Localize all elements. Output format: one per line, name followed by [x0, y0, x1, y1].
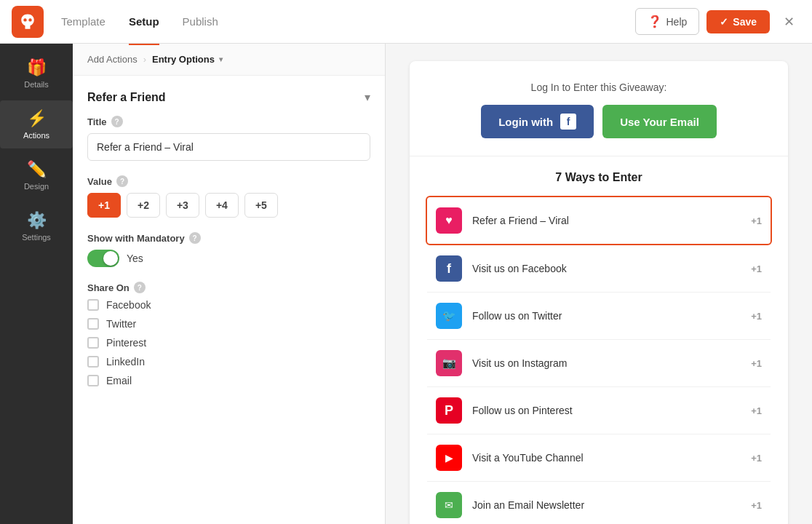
- email-points: +1: [751, 500, 762, 511]
- value-label-text: Value: [87, 176, 112, 187]
- svg-point-0: [23, 18, 26, 21]
- share-facebook[interactable]: Facebook: [87, 299, 370, 311]
- mandatory-group: Show with Mandatory ? Yes: [87, 232, 370, 267]
- value-btn-5[interactable]: +5: [244, 193, 278, 218]
- entry-item-facebook[interactable]: f Visit us on Facebook +1: [427, 245, 771, 293]
- instagram-points: +1: [751, 358, 762, 369]
- instagram-label: Visit us on Instagram: [472, 357, 751, 369]
- tab-template[interactable]: Template: [61, 12, 106, 31]
- share-linkedin[interactable]: LinkedIn: [87, 356, 370, 368]
- facebook-icon: f: [560, 114, 576, 130]
- logo-icon: [17, 12, 38, 32]
- sidebar-item-settings-label: Settings: [22, 233, 51, 242]
- email-login-button[interactable]: Use Your Email: [602, 105, 717, 138]
- save-label: Save: [733, 16, 757, 28]
- sidebar-item-details[interactable]: 🎁 Details: [0, 49, 73, 98]
- login-section: Log In to Enter this Giveaway: Login wit…: [410, 61, 788, 156]
- mandatory-toggle[interactable]: [87, 250, 119, 267]
- entry-item-refer[interactable]: ♥ Refer a Friend – Viral +1: [426, 196, 772, 245]
- entry-item-twitter[interactable]: 🐦 Follow us on Twitter +1: [427, 293, 771, 340]
- value-btn-2[interactable]: +2: [127, 193, 160, 218]
- share-label-text: Share On: [87, 282, 130, 293]
- main-layout: 🎁 Details ⚡ Actions ✏️ Design ⚙️ Setting…: [0, 44, 812, 524]
- ways-title: 7 Ways to Enter: [427, 171, 771, 184]
- entry-item-email[interactable]: ✉ Join an Email Newsletter +1: [427, 482, 771, 524]
- preview-panel: Log In to Enter this Giveaway: Login wit…: [386, 44, 812, 524]
- share-twitter-label: Twitter: [106, 318, 136, 330]
- sidebar-item-details-label: Details: [24, 80, 49, 89]
- help-button[interactable]: ❓ Help: [635, 8, 700, 35]
- help-label: Help: [666, 16, 688, 28]
- content-panel: Add Actions › Entry Options ▾ Refer a Fr…: [73, 44, 386, 524]
- close-button[interactable]: ✕: [777, 10, 800, 33]
- refer-points: +1: [751, 215, 762, 226]
- title-input[interactable]: [87, 133, 370, 161]
- sidebar: 🎁 Details ⚡ Actions ✏️ Design ⚙️ Setting…: [0, 44, 73, 524]
- gift-icon: 🎁: [27, 58, 47, 77]
- entry-item-pinterest[interactable]: P Follow us on Pinterest +1: [427, 387, 771, 434]
- sidebar-item-design[interactable]: ✏️ Design: [0, 151, 73, 199]
- share-label: Share On ?: [87, 282, 370, 293]
- twitter-label: Follow us on Twitter: [472, 310, 751, 322]
- mandatory-help-icon: ?: [189, 232, 201, 244]
- fb-login-label: Login with: [498, 116, 553, 128]
- panel-body: Refer a Friend ▾ Title ? Value ? +1 +2: [73, 76, 385, 416]
- share-options: Facebook Twitter Pinterest LinkedIn: [87, 299, 370, 386]
- breadcrumb-separator: ›: [143, 54, 146, 65]
- fb-login-button[interactable]: Login with f: [481, 105, 594, 138]
- entry-item-youtube[interactable]: ▶ Visit a YouTube Channel +1: [427, 434, 771, 482]
- sidebar-item-design-label: Design: [24, 182, 49, 191]
- share-email[interactable]: Email: [87, 375, 370, 386]
- toggle-yes-label: Yes: [127, 253, 143, 264]
- email-entry-icon: ✉: [436, 492, 462, 518]
- refer-label: Refer a Friend – Viral: [472, 215, 751, 226]
- section-header: Refer a Friend ▾: [87, 90, 370, 116]
- sidebar-item-settings[interactable]: ⚙️ Settings: [0, 202, 73, 250]
- share-twitter[interactable]: Twitter: [87, 318, 370, 330]
- breadcrumb-arrow-icon: ▾: [219, 55, 223, 63]
- pinterest-entry-icon: P: [436, 397, 462, 424]
- pinterest-points: +1: [751, 405, 762, 416]
- breadcrumb-current: Entry Options ▾: [152, 54, 223, 65]
- logo: [12, 6, 44, 38]
- instagram-entry-icon: 📷: [436, 350, 462, 376]
- sidebar-item-actions[interactable]: ⚡ Actions: [0, 100, 73, 148]
- twitter-entry-icon: 🐦: [436, 303, 462, 329]
- section-title: Refer a Friend: [87, 91, 166, 104]
- title-group: Title ?: [87, 116, 370, 161]
- share-group: Share On ? Facebook Twitter Pinterest: [87, 282, 370, 386]
- twitter-points: +1: [751, 311, 762, 322]
- tab-setup[interactable]: Setup: [129, 12, 159, 31]
- svg-point-1: [28, 18, 31, 21]
- email-login-label: Use Your Email: [620, 116, 699, 128]
- section-toggle-icon[interactable]: ▾: [365, 90, 370, 104]
- value-btn-4[interactable]: +4: [205, 193, 239, 218]
- toggle-row: Yes: [87, 250, 370, 267]
- youtube-label: Visit a YouTube Channel: [472, 452, 751, 464]
- save-button[interactable]: ✓ Save: [706, 10, 770, 33]
- nav-tabs: Template Setup Publish: [61, 12, 635, 31]
- topbar: Template Setup Publish ❓ Help ✓ Save ✕: [0, 0, 812, 44]
- entry-item-instagram[interactable]: 📷 Visit us on Instagram +1: [427, 340, 771, 387]
- breadcrumb-current-label: Entry Options: [152, 54, 215, 65]
- topbar-actions: ❓ Help ✓ Save ✕: [635, 8, 801, 35]
- value-btn-3[interactable]: +3: [166, 193, 199, 218]
- tab-publish[interactable]: Publish: [183, 12, 218, 31]
- toggle-thumb: [103, 251, 118, 266]
- share-email-label: Email: [106, 375, 132, 386]
- value-btn-1[interactable]: +1: [87, 193, 121, 218]
- value-label: Value ?: [87, 175, 370, 187]
- checkbox-twitter: [87, 318, 99, 330]
- help-icon: ❓: [648, 15, 662, 28]
- share-help-icon: ?: [134, 282, 146, 293]
- breadcrumb-parent[interactable]: Add Actions: [87, 54, 138, 65]
- login-title: Log In to Enter this Giveaway:: [427, 82, 771, 93]
- checkbox-linkedin: [87, 356, 99, 368]
- share-facebook-label: Facebook: [106, 299, 151, 311]
- share-pinterest-label: Pinterest: [106, 337, 146, 349]
- refer-icon: ♥: [436, 207, 462, 234]
- value-buttons: +1 +2 +3 +4 +5: [87, 193, 370, 218]
- value-group: Value ? +1 +2 +3 +4 +5: [87, 175, 370, 218]
- share-pinterest[interactable]: Pinterest: [87, 337, 370, 349]
- sidebar-item-actions-label: Actions: [23, 131, 49, 140]
